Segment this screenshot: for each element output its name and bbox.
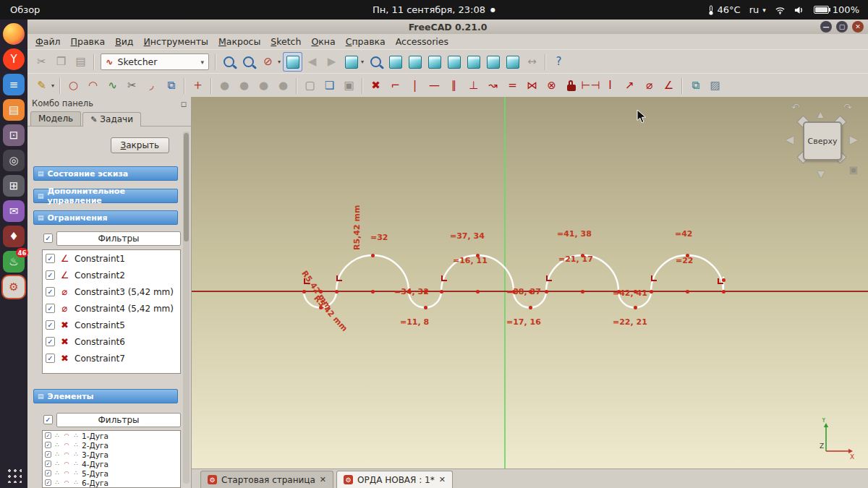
perpendicular-constraint-icon[interactable]: ⊥ [464,76,483,95]
sketch-vertex[interactable] [476,254,480,257]
section-elements[interactable]: ▤ Элементы [33,389,178,403]
nav-forward-icon[interactable]: ▶ [322,52,341,72]
menu-file[interactable]: Файл [30,35,66,48]
sketch-vertex[interactable] [302,290,306,294]
dropdown-arrow[interactable]: ▾ [49,82,56,89]
rotate-left-arrow[interactable]: ◀ [786,133,794,146]
zoom-box-icon[interactable] [239,52,258,72]
constraint-row[interactable]: ✓∠Constraint2 [43,267,180,283]
element-checkbox[interactable]: ✓ [45,432,51,439]
element-checkbox[interactable]: ✓ [45,461,51,467]
tab-model[interactable]: Модель [30,111,81,126]
camera-app-icon[interactable]: ◎ [3,150,25,171]
utilities-app-icon[interactable]: ♦ [3,226,25,247]
sketch-vertex[interactable] [424,290,427,294]
sketch-vertex[interactable] [335,290,339,294]
sketch-vertex[interactable] [686,290,689,294]
radius-constraint-icon[interactable]: ⌀ [639,76,659,95]
measure-icon[interactable]: ↔ [522,52,542,72]
constraint-checkbox[interactable]: ✓ [46,337,55,346]
distance-constraint-icon[interactable]: ↗ [620,76,639,95]
trim-edge-icon[interactable]: ✂ [122,76,142,95]
dropdown-arrow[interactable]: ▾ [276,59,283,65]
vertical-distance-constraint-icon[interactable]: I [600,76,620,95]
constraints-filter-dropdown[interactable]: Фильтры [56,231,181,246]
constraint-value-label[interactable]: R5,42 mm [312,294,349,333]
fillet-icon[interactable]: ◞ [142,76,161,95]
constraint-checkbox[interactable]: ✓ [46,354,55,363]
perpendicular-marker[interactable] [546,275,552,281]
sketch-vertex[interactable] [440,290,443,294]
save-document-icon[interactable]: ▣ [339,76,359,95]
window-titlebar[interactable]: FreeCAD 0.21.0 — ▢ ✕ [27,20,868,35]
angle-constraint-icon[interactable]: ∠ [659,76,678,95]
element-checkbox[interactable]: ✓ [45,442,51,448]
sketch-vertex[interactable] [650,290,653,294]
new-document-icon[interactable]: ▢ [300,76,320,95]
element-row[interactable]: ✓∴◠∴3-Дуга [43,450,180,459]
yandex-browser-icon[interactable]: Y [3,48,25,70]
whats-this-icon[interactable]: ? [549,52,569,72]
section-sketch-status[interactable]: ▤ Состояние эскиза [33,166,178,181]
toggle-construction-icon[interactable]: ⧉ [686,76,705,95]
constraint-checkbox[interactable]: ✓ [46,270,55,280]
constraint-checkbox[interactable]: ✓ [46,287,55,296]
media-app-icon[interactable]: ⊡ [3,124,25,146]
left-view-icon[interactable] [483,52,503,72]
perpendicular-marker[interactable] [718,278,723,284]
close-tab-icon[interactable]: ✕ [320,475,326,484]
sketch-vertex[interactable] [319,290,323,294]
activities-button[interactable]: Обзор [0,4,50,15]
chat-app-icon[interactable]: ✉ [3,200,25,222]
sensors-app-icon[interactable]: ♨46 [3,251,25,273]
copy-geometry-icon[interactable]: ● [273,76,293,95]
coincident-constraint-icon[interactable]: ✖ [366,76,386,95]
navigation-cube[interactable]: ↶ ↷ ▲ ◀ ▶ ▼ Сверху ▣ [784,101,859,181]
menu-view[interactable]: Вид [110,35,138,48]
bottom-view-icon[interactable] [464,52,483,72]
constraint-row[interactable]: ✓✖Constraint6 [43,333,180,350]
sketch-vertex[interactable] [634,306,637,309]
element-row[interactable]: ✓∴◠∴6-Дуга [43,478,180,487]
mini-cube-icon[interactable]: ▣ [849,164,858,175]
horizontal-distance-constraint-icon[interactable]: ⊢⊣ [581,76,600,95]
vertical-constraint-icon[interactable]: | [405,76,425,95]
top-view-icon[interactable] [405,52,425,72]
sketch-vertex[interactable] [407,290,411,294]
select-elements-icon[interactable]: ▨ [705,76,725,95]
sync-view-icon[interactable] [366,52,386,72]
close-window-button[interactable]: ✕ [852,21,864,33]
menu-windows[interactable]: Окна [306,35,340,48]
section-constraints[interactable]: ▤ Ограничения [33,210,178,225]
constraint-row[interactable]: ✓⌀Constraint3 (5,42 mm) [43,283,180,300]
freecad-icon[interactable]: ⚙ [3,276,25,298]
elements-filter-dropdown[interactable]: Фильтры [56,413,181,427]
paste-icon[interactable]: ▤ [71,52,90,72]
constraint-row[interactable]: ✓∠Constraint1 [43,250,180,267]
sketch-vertex[interactable] [617,290,621,294]
3d-viewport[interactable]: R5,42 mm=32=37, 34=41, 38=42=16, 11=21, … [192,97,868,468]
elements-filter-checkbox[interactable]: ✓ [43,415,53,424]
parallel-constraint-icon[interactable]: ∥ [444,76,464,95]
front-view-icon[interactable] [386,52,405,72]
external-geometry-icon[interactable]: ⧉ [161,76,181,95]
maximize-button[interactable]: ▢ [836,21,848,33]
constraint-checkbox[interactable]: ✓ [46,254,55,263]
menu-tools[interactable]: Инструменты [138,35,213,48]
text-editor-icon[interactable]: ≡ [3,74,25,95]
rear-view-icon[interactable] [444,52,464,72]
constraint-value-label[interactable]: R5,42 mm [352,205,362,250]
rotate-up-arrow[interactable]: ▲ [817,110,823,119]
isometric-view-icon[interactable] [283,52,302,72]
axonometric-view-icon[interactable] [503,52,522,72]
move-geometry-icon[interactable]: + [188,76,208,95]
sketch-vertex[interactable] [581,290,584,294]
sketch-vertex[interactable] [512,290,516,294]
constraint-value-label[interactable]: =11, 8 [400,317,429,327]
tangent-constraint-icon[interactable]: ↝ [483,76,503,95]
tab-start-page[interactable]: ⚙ Стартовая страница ✕ [200,471,333,488]
constraint-value-label[interactable]: =21, 17 [558,254,593,264]
calculator-icon[interactable]: ⊞ [3,175,25,197]
open-document-icon[interactable]: ❏ [320,76,339,95]
equal-constraint-icon[interactable]: = [503,76,522,95]
